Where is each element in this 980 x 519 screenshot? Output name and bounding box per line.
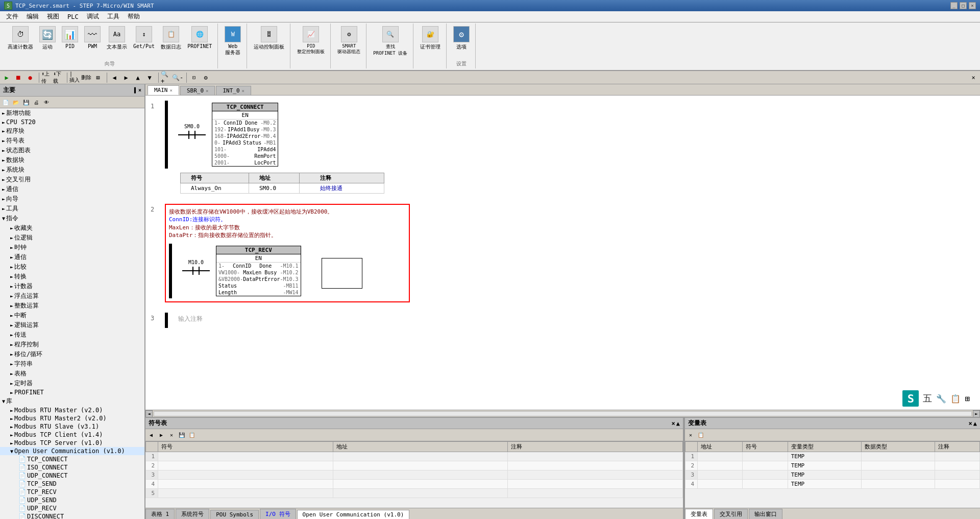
sidebar-item-timer[interactable]: ► 定时器 — [0, 379, 144, 388]
toolbar-profinet[interactable]: 🌐 PROFINET — [185, 25, 214, 52]
toolbar-options[interactable]: ⚙ 选项 — [451, 25, 472, 52]
sidebar-item-prog-ctrl[interactable]: ► 程序控制 — [0, 340, 144, 349]
symbol-panel-expand[interactable]: ▲ — [676, 420, 680, 427]
zoom-out-btn[interactable]: 🔍- — [172, 73, 183, 83]
close-panel-btn[interactable]: × — [968, 73, 979, 83]
sidebar-resize-btn[interactable]: ▌ — [134, 87, 137, 93]
toolbar-cert[interactable]: 🔐 证书管理 — [418, 25, 443, 52]
close-btn[interactable]: × — [969, 2, 976, 9]
sidebar-item-system-block[interactable]: ► 系统块 — [0, 165, 144, 175]
var-addr-2[interactable] — [698, 461, 743, 470]
var-dt-2[interactable] — [861, 461, 935, 470]
var-sym-4[interactable] — [743, 480, 788, 489]
var-comment-1[interactable] — [935, 452, 979, 461]
menu-tools[interactable]: 工具 — [103, 11, 124, 22]
menu-debug[interactable]: 调试 — [83, 11, 103, 22]
var-dt-4[interactable] — [861, 480, 935, 489]
sym-tb-prev[interactable]: ◀ — [146, 430, 156, 439]
toolbar-smart-drive[interactable]: ⚙ SMART驱动器组态 — [335, 25, 363, 57]
sidebar-item-ouc[interactable]: ▼ Open User Communication (v1.0) — [0, 447, 144, 455]
var-tab-vartable[interactable]: 变量表 — [685, 509, 713, 519]
sidebar-item-iso-connect[interactable]: 📄 ISO_CONNECT — [0, 463, 144, 471]
symbol-panel-close[interactable]: × — [672, 420, 675, 427]
sidebar-item-modbus-rtu-master2[interactable]: ► Modbus RTU Master2 (v2.0) — [0, 414, 144, 422]
sidebar-item-profinet2[interactable]: ► PROFINET — [0, 388, 144, 396]
h-scrollbar[interactable]: ◄ ► — [145, 410, 980, 417]
minimize-btn[interactable]: _ — [950, 2, 958, 9]
sidebar-item-cpu[interactable]: ► CPU ST20 — [0, 118, 144, 126]
var-comment-3[interactable] — [935, 470, 979, 480]
scroll-right-btn[interactable]: ► — [973, 410, 980, 417]
sidebar-item-transfer[interactable]: ► 传送 — [0, 330, 144, 340]
sym-tab-ouc[interactable]: Open User Communication (v1.0) — [297, 510, 410, 519]
menu-edit[interactable]: 编辑 — [22, 11, 43, 22]
upload-btn[interactable]: ⬆上传 — [41, 73, 52, 83]
sidebar-item-bit-logic[interactable]: ► 位逻辑 — [0, 233, 144, 243]
network-btn[interactable]: ⊡ — [188, 73, 200, 83]
sym-comment-4[interactable] — [508, 480, 683, 489]
sym-tab-table1[interactable]: 表格 1 — [145, 509, 175, 519]
download-btn[interactable]: ⬇下载 — [53, 73, 64, 83]
sym-sym-4[interactable] — [158, 480, 333, 489]
grid-btn[interactable]: ⊞ — [92, 73, 104, 83]
sidebar-item-library[interactable]: ▼ 库 — [0, 396, 144, 406]
sym-addr-5[interactable] — [333, 489, 508, 498]
toolbar-datalog[interactable]: 📋 数据日志 — [158, 25, 184, 52]
arrow-up-btn[interactable]: ▲ — [132, 73, 143, 83]
toolbar-pid-panel[interactable]: 📈 PID整定控制面板 — [295, 25, 327, 57]
sym-tab-system[interactable]: 系统符号 — [176, 509, 209, 519]
toolbar-motion[interactable]: 🔄 运动 — [37, 25, 58, 52]
sym-comment-2[interactable] — [508, 461, 683, 470]
var-panel-expand[interactable]: ▲ — [973, 420, 977, 427]
sidebar-item-string[interactable]: ► 字符串 — [0, 359, 144, 369]
var-tb-copy[interactable]: 📋 — [696, 430, 705, 439]
toolbar-webserver[interactable]: W Web服务器 — [222, 25, 243, 58]
sym-sym-2[interactable] — [158, 461, 333, 470]
sidebar-item-new-features[interactable]: ► 新增功能 — [0, 108, 144, 118]
sidebar-item-counters[interactable]: ► 计数器 — [0, 281, 144, 291]
sym-tab-pou[interactable]: POU Symbols — [210, 510, 259, 519]
sidebar-item-logic[interactable]: ► 逻辑运算 — [0, 320, 144, 330]
arrow-right-btn[interactable]: ▶ — [120, 73, 132, 83]
sym-addr-1[interactable] — [333, 452, 508, 461]
sidebar-item-udp-connect[interactable]: 📄 UDP_CONNECT — [0, 471, 144, 480]
sidebar-item-modbus-rtu-master[interactable]: ► Modbus RTU Master (v2.0) — [0, 406, 144, 414]
sidebar-item-comm[interactable]: ► 通信 — [0, 184, 144, 194]
sidebar-item-udp-recv[interactable]: 📄 UDP_RECV — [0, 504, 144, 512]
sidebar-item-modbus-rtu-slave[interactable]: ► Modbus RTU Slave (v3.1) — [0, 422, 144, 431]
var-comment-4[interactable] — [935, 480, 979, 489]
scroll-track[interactable] — [154, 411, 972, 416]
run-btn[interactable]: ▶ — [1, 73, 12, 83]
sym-sym-1[interactable] — [158, 452, 333, 461]
sidebar-item-int-math[interactable]: ► 整数运算 — [0, 301, 144, 311]
sym-addr-3[interactable] — [333, 470, 508, 480]
sym-tb-close[interactable]: ✕ — [167, 430, 176, 439]
sidebar-item-compare[interactable]: ► 比较 — [0, 262, 144, 272]
var-sym-3[interactable] — [743, 470, 788, 480]
sidebar-item-cross-ref[interactable]: ► 交叉引用 — [0, 175, 144, 184]
var-addr-4[interactable] — [698, 480, 743, 489]
sidebar-item-shift[interactable]: ► 移位/循环 — [0, 349, 144, 359]
sidebar-item-instructions[interactable]: ▼ 指令 — [0, 214, 144, 223]
menu-plc[interactable]: PLC — [63, 12, 83, 21]
sidebar-item-clock[interactable]: ► 时钟 — [0, 243, 144, 252]
sidebar-item-float[interactable]: ► 浮点运算 — [0, 291, 144, 301]
sym-sym-3[interactable] — [158, 470, 333, 480]
sidebar-item-comm2[interactable]: ► 通信 — [0, 252, 144, 262]
tab-sbr0-close[interactable]: × — [206, 88, 208, 93]
sym-tb-next[interactable]: ▶ — [157, 430, 166, 439]
sidebar-item-program-block[interactable]: ► 程序块 — [0, 126, 144, 136]
sidebar-item-convert[interactable]: ► 转换 — [0, 272, 144, 281]
sidebar-tb-print[interactable]: 🖨 — [32, 98, 41, 107]
var-addr-1[interactable] — [698, 452, 743, 461]
var-tab-output[interactable]: 输出窗口 — [749, 509, 782, 519]
toolbar-find-profinet[interactable]: 🔍 查找PROFINET 设备 — [371, 25, 410, 58]
var-sym-1[interactable] — [743, 452, 788, 461]
sidebar-item-symbol-table[interactable]: ► 符号表 — [0, 136, 144, 146]
sym-tb-copy[interactable]: 📋 — [187, 430, 197, 439]
var-tb-close[interactable]: ✕ — [686, 430, 695, 439]
menu-file[interactable]: 文件 — [2, 11, 22, 22]
more-btn[interactable]: ⚙ — [200, 73, 211, 83]
var-tab-crossref[interactable]: 交叉引用 — [714, 509, 748, 519]
sidebar-tb-save[interactable]: 💾 — [21, 98, 31, 107]
